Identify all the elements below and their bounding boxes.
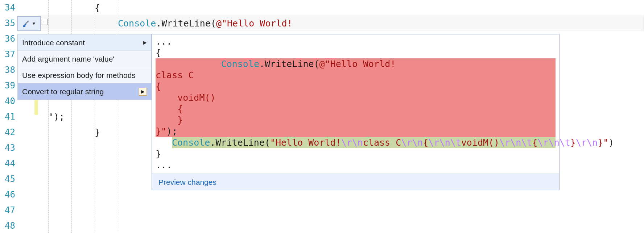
svg-rect-0 (23, 25, 25, 27)
line-number: 39 (0, 78, 17, 93)
preview-context-close-brace: } (156, 148, 556, 159)
line-number: 46 (0, 187, 17, 203)
submenu-arrow-icon: ▶ (143, 34, 147, 51)
quick-actions-menu: Introduce constant▶Add argument name 'va… (17, 34, 152, 100)
quick-action-label: Use expression body for methods (22, 67, 136, 83)
line-number: 40 (0, 93, 17, 109)
line-number: 35 (0, 16, 17, 31)
line-number: 47 (0, 203, 17, 218)
line-number: 44 (0, 156, 17, 171)
line-number: 41 (0, 109, 17, 125)
line-number: 37 (0, 47, 17, 62)
preview-removed-block: Console.WriteLine(@"Hello World! class C… (156, 58, 556, 137)
quick-actions-button[interactable]: ▼ (17, 16, 41, 31)
preview-diff: ... { Console.WriteLine(@"Hello World! c… (152, 34, 559, 174)
preview-changes-link[interactable]: Preview changes (158, 178, 216, 186)
code-line-34[interactable]: { (48, 0, 644, 16)
preview-added-line: Console.WriteLine("Hello World!\r\nclass… (172, 137, 556, 148)
line-number: 45 (0, 171, 17, 187)
line-number-gutter: 343536373839404142434445464748 (0, 0, 17, 233)
quick-action-label: Add argument name 'value' (22, 51, 114, 67)
preview-context-open-brace: { (156, 47, 556, 58)
preview-context-ellipsis-end: ... (156, 159, 556, 171)
preview-context-ellipsis: ... (156, 36, 556, 47)
code-editor[interactable]: 343536373839404142434445464748 { Console… (0, 0, 644, 233)
line-number: 43 (0, 140, 17, 156)
quick-action-item[interactable]: Introduce constant▶ (18, 34, 151, 51)
quick-action-label: Convert to regular string (22, 83, 104, 100)
line-number: 42 (0, 125, 17, 140)
chevron-down-icon: ▼ (32, 21, 36, 26)
quick-action-item[interactable]: Use expression body for methods (18, 67, 151, 83)
line-number: 38 (0, 62, 17, 78)
quick-action-item[interactable]: Add argument name 'value' (18, 51, 151, 67)
outline-collapse-toggle[interactable] (42, 19, 48, 25)
svg-rect-2 (25, 21, 29, 24)
quick-action-item[interactable]: Convert to regular string▶ (18, 83, 151, 100)
quick-action-label: Introduce constant (22, 34, 85, 51)
line-number: 36 (0, 31, 17, 47)
preview-footer: Preview changes (152, 174, 559, 190)
code-line-35[interactable]: Console.WriteLine(@"Hello World! (48, 16, 644, 31)
refactoring-preview-panel: ... { Console.WriteLine(@"Hello World! c… (152, 34, 560, 190)
line-number: 48 (0, 218, 17, 233)
screwdriver-icon (22, 19, 31, 28)
change-marker (34, 99, 38, 115)
submenu-arrow-icon: ▶ (139, 88, 147, 96)
line-number: 34 (0, 0, 17, 16)
